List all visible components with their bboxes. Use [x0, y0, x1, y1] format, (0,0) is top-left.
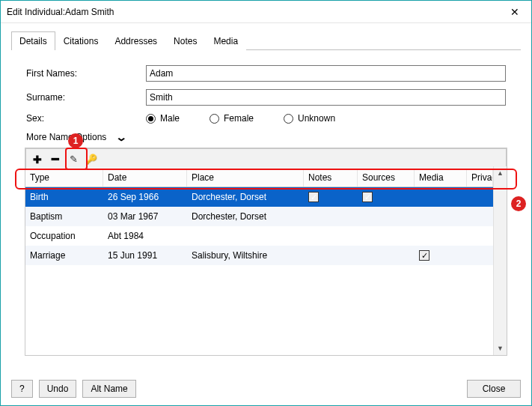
dialog-footer: ? Undo Alt Name Close — [1, 372, 531, 405]
table-cell — [415, 233, 467, 239]
col-header-date[interactable]: Date — [103, 169, 187, 187]
table-cell: Baptism — [25, 208, 103, 225]
col-header-type[interactable]: Type — [25, 169, 103, 187]
radio-icon — [210, 114, 219, 124]
more-name-options-label: More Name Options — [26, 132, 106, 142]
col-header-place[interactable]: Place — [187, 169, 304, 187]
table-cell: Dorchester, Dorset — [187, 208, 304, 225]
facts-toolbar: ✚ ━ ✎ 🔑 — [25, 148, 507, 169]
add-fact-button[interactable]: ✚ — [29, 151, 46, 168]
radio-icon — [284, 114, 293, 124]
table-cell: Occupation — [25, 228, 103, 244]
table-cell: ✓ — [415, 247, 467, 264]
tab-details[interactable]: Details — [11, 31, 55, 50]
checkmark-icon: ✓ — [419, 250, 429, 261]
table-header: Type Date Place Notes Sources Media Priv… — [25, 169, 507, 187]
window-title: Edit Individual:Adam Smith — [7, 7, 498, 17]
table-cell — [304, 213, 358, 219]
table-cell: Dorchester, Dorset — [187, 189, 304, 205]
radio-icon — [146, 114, 156, 124]
tab-strip: Details Citations Addresses Notes Media — [11, 31, 521, 50]
first-names-label: First Names: — [26, 68, 146, 79]
callout-highlight-1 — [65, 148, 88, 170]
table-cell — [358, 213, 415, 219]
form-area: First Names: Surname: Sex: Male Female — [11, 65, 521, 148]
table-cell: Salisbury, Wiltshire — [187, 247, 304, 264]
radio-label: Unknown — [298, 113, 335, 124]
plus-icon: ✚ — [33, 154, 42, 166]
delete-fact-button[interactable]: ━ — [47, 151, 64, 168]
table-cell: Marriage — [25, 247, 103, 264]
surname-label: Surname: — [26, 92, 146, 103]
scroll-up-icon[interactable]: ▲ — [494, 166, 507, 180]
more-name-options-toggle[interactable]: More Name Options ⌄ — [26, 131, 506, 143]
scroll-down-icon[interactable]: ▼ — [494, 342, 507, 355]
table-row[interactable]: Birth26 Sep 1966Dorchester, Dorset✓✓ — [25, 187, 507, 207]
table-cell — [304, 233, 358, 239]
sex-radio-male[interactable]: Male — [146, 113, 180, 124]
table-row[interactable]: Marriage15 Jun 1991Salisbury, Wiltshire✓ — [25, 246, 507, 265]
col-header-sources[interactable]: Sources — [358, 169, 415, 187]
table-cell — [187, 233, 304, 239]
tab-notes[interactable]: Notes — [165, 31, 205, 50]
col-header-notes[interactable]: Notes — [304, 169, 358, 187]
close-icon[interactable]: ✕ — [498, 1, 531, 23]
callout-badge-2: 2 — [511, 196, 526, 211]
table-cell — [415, 194, 467, 200]
table-cell — [358, 233, 415, 239]
edit-individual-window: Edit Individual:Adam Smith ✕ Details Cit… — [0, 0, 532, 406]
vertical-scrollbar[interactable]: ▲ ▼ — [493, 166, 507, 355]
checkmark-icon: ✓ — [308, 192, 319, 202]
table-cell — [358, 252, 415, 258]
titlebar: Edit Individual:Adam Smith ✕ — [1, 1, 531, 23]
table-cell: 15 Jun 1991 — [103, 247, 187, 264]
facts-table: 1 2 ✚ ━ ✎ 🔑 Type Date Place Notes Source… — [25, 148, 507, 356]
table-cell: Abt 1984 — [103, 228, 187, 244]
radio-label: Male — [160, 113, 180, 124]
tab-citations[interactable]: Citations — [55, 31, 107, 50]
undo-button[interactable]: Undo — [39, 380, 77, 398]
minus-icon: ━ — [52, 152, 59, 166]
tab-media[interactable]: Media — [205, 31, 246, 50]
table-row[interactable]: OccupationAbt 1984 — [25, 226, 507, 246]
tab-addresses[interactable]: Addresses — [106, 31, 165, 50]
col-header-media[interactable]: Media — [415, 169, 467, 187]
table-row[interactable]: Baptism03 Mar 1967Dorchester, Dorset — [25, 207, 507, 226]
table-body: Birth26 Sep 1966Dorchester, Dorset✓✓Bapt… — [25, 187, 507, 265]
table-cell: ✓ — [358, 189, 415, 206]
table-cell: Birth — [25, 189, 103, 205]
sex-radio-group: Male Female Unknown — [146, 113, 335, 124]
alt-name-button[interactable]: Alt Name — [82, 380, 135, 398]
sex-radio-unknown[interactable]: Unknown — [284, 113, 335, 124]
callout-badge-1: 1 — [68, 133, 83, 148]
help-button[interactable]: ? — [11, 380, 33, 398]
checkmark-icon: ✓ — [362, 192, 373, 202]
radio-label: Female — [224, 113, 254, 124]
col-header-privacy[interactable]: Privacy — [467, 169, 493, 187]
sex-label: Sex: — [26, 113, 146, 124]
surname-input[interactable] — [146, 89, 506, 106]
content-area: Details Citations Addresses Notes Media … — [1, 23, 531, 372]
sex-radio-female[interactable]: Female — [210, 113, 254, 124]
table-cell: 03 Mar 1967 — [103, 208, 187, 225]
close-button[interactable]: Close — [467, 380, 521, 398]
table-cell: ✓ — [304, 189, 358, 206]
chevron-down-icon: ⌄ — [115, 131, 128, 143]
first-names-input[interactable] — [146, 65, 506, 82]
table-cell: 26 Sep 1966 — [103, 189, 187, 205]
table-cell — [415, 213, 467, 219]
table-cell — [304, 252, 358, 258]
